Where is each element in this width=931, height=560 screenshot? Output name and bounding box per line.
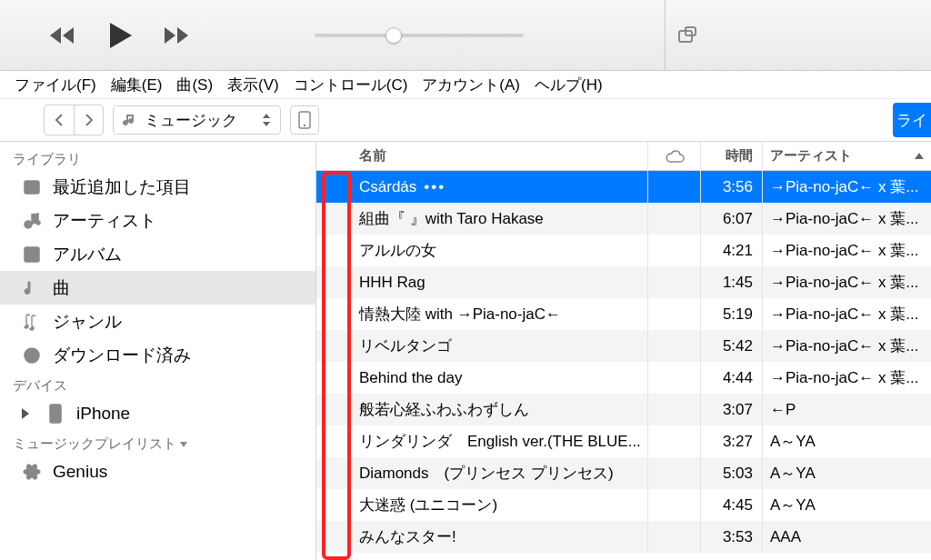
svg-point-6 bbox=[36, 221, 40, 225]
track-row[interactable]: アルルの女4:21→Pia-no-jaC← x 葉... bbox=[316, 235, 931, 266]
track-name: HHH Rag bbox=[359, 274, 425, 292]
track-row[interactable]: みんなスター!3:53AAA bbox=[316, 521, 931, 553]
progress-knob[interactable] bbox=[385, 27, 402, 44]
track-row[interactable]: 般若心経ふわふわずしん3:07←P bbox=[316, 394, 931, 425]
track-time: 5:19 bbox=[701, 298, 763, 330]
sidebar-item-label: 曲 bbox=[53, 276, 70, 300]
svg-point-5 bbox=[25, 221, 32, 228]
media-type-select[interactable]: ミュージック bbox=[113, 105, 281, 135]
menu-song[interactable]: 曲(S) bbox=[176, 75, 213, 95]
track-name: 大迷惑 (ユニコーン) bbox=[359, 495, 497, 515]
track-time: 4:45 bbox=[701, 489, 763, 521]
track-row[interactable]: 大迷惑 (ユニコーン)4:45A～YA bbox=[316, 489, 931, 521]
albums-icon bbox=[22, 245, 42, 265]
updown-icon bbox=[262, 113, 271, 127]
track-artist: A～YA bbox=[763, 457, 931, 489]
track-name: Csárdás bbox=[359, 178, 416, 196]
next-button[interactable] bbox=[156, 15, 196, 55]
col-cloud-header[interactable] bbox=[648, 142, 701, 170]
track-artist: →Pia-no-jaC← x 葉... bbox=[763, 235, 931, 266]
track-time: 3:27 bbox=[701, 425, 763, 457]
track-row[interactable]: Diamonds (プリンセス プリンセス)5:03A～YA bbox=[316, 457, 931, 489]
track-time: 3:56 bbox=[701, 171, 763, 203]
track-time: 3:07 bbox=[701, 394, 763, 425]
downloaded-icon bbox=[22, 345, 42, 365]
track-row[interactable]: リンダリンダ English ver.(THE BLUE...3:27A～YA bbox=[316, 425, 931, 457]
nav-buttons bbox=[44, 105, 104, 135]
nav-back-button[interactable] bbox=[45, 105, 74, 135]
sidebar-playlist-genius[interactable]: Genius bbox=[0, 455, 315, 488]
miniplayer-button[interactable] bbox=[665, 0, 708, 70]
menu-edit[interactable]: 編集(E) bbox=[111, 75, 163, 95]
menu-account[interactable]: アカウント(A) bbox=[422, 75, 520, 95]
sidebar-item-downloaded[interactable]: ダウンロード済み bbox=[0, 338, 315, 372]
track-name: リベルタンゴ bbox=[359, 335, 452, 356]
sidebar: ライブラリ 最近追加した項目アーティストアルバム曲ジャンルダウンロード済み デバ… bbox=[0, 142, 316, 560]
col-name-header[interactable]: 名前 bbox=[357, 142, 648, 170]
sidebar-item-songs[interactable]: 曲 bbox=[0, 271, 315, 305]
music-note-icon bbox=[123, 113, 137, 127]
track-artist: →Pia-no-jaC← x 葉... bbox=[763, 171, 931, 203]
sidebar-item-label: iPhone bbox=[76, 404, 130, 424]
track-artist: AAA bbox=[763, 521, 931, 553]
track-name: アルルの女 bbox=[359, 240, 436, 261]
right-blue-label: ライ bbox=[896, 110, 927, 131]
prev-button[interactable] bbox=[44, 15, 84, 55]
more-icon[interactable]: ••• bbox=[424, 178, 445, 196]
track-artist: ←P bbox=[763, 394, 931, 425]
sidebar-item-genres[interactable]: ジャンル bbox=[0, 305, 315, 338]
nav-forward-button[interactable] bbox=[74, 105, 103, 135]
progress-slider[interactable] bbox=[315, 34, 524, 37]
track-artist: →Pia-no-jaC← x 葉... bbox=[763, 203, 931, 235]
sidebar-library-header: ライブラリ bbox=[0, 145, 315, 170]
track-time: 5:03 bbox=[701, 457, 763, 489]
play-button[interactable] bbox=[100, 15, 140, 55]
svg-point-3 bbox=[304, 125, 305, 126]
device-button[interactable] bbox=[290, 105, 319, 135]
track-row[interactable]: 組曲『 』with Taro Hakase6:07→Pia-no-jaC← x … bbox=[316, 203, 931, 235]
track-row[interactable]: Csárdás•••3:56→Pia-no-jaC← x 葉... bbox=[316, 171, 931, 203]
track-time: 1:45 bbox=[701, 266, 763, 298]
sidebar-playlists-header[interactable]: ミュージックプレイリスト bbox=[0, 430, 315, 455]
col-time-header[interactable]: 時間 bbox=[701, 142, 763, 170]
track-name: Diamonds (プリンセス プリンセス) bbox=[359, 463, 614, 484]
track-name: リンダリンダ English ver.(THE BLUE... bbox=[359, 431, 641, 452]
track-artist: →Pia-no-jaC← x 葉... bbox=[763, 330, 931, 362]
media-type-label: ミュージック bbox=[145, 110, 237, 131]
menu-control[interactable]: コントロール(C) bbox=[294, 75, 408, 95]
menu-help[interactable]: ヘルプ(H) bbox=[535, 75, 603, 95]
sidebar-item-label: 最近追加した項目 bbox=[53, 175, 191, 199]
track-name: 情熱大陸 with →Pia-no-jaC← bbox=[359, 304, 561, 325]
tracks-header: 名前 時間 アーティスト bbox=[316, 142, 931, 171]
sidebar-item-label: ダウンロード済み bbox=[53, 344, 191, 367]
track-row[interactable]: 情熱大陸 with →Pia-no-jaC←5:19→Pia-no-jaC← x… bbox=[316, 298, 931, 330]
sidebar-item-recently-added[interactable]: 最近追加した項目 bbox=[0, 170, 315, 204]
track-row[interactable]: リベルタンゴ5:42→Pia-no-jaC← x 葉... bbox=[316, 330, 931, 362]
sidebar-item-label: Genius bbox=[53, 462, 107, 482]
right-blue-button[interactable]: ライ bbox=[893, 103, 931, 137]
tracks-pane: 名前 時間 アーティスト Csárdás•••3:56→Pia-no-jaC← … bbox=[316, 142, 931, 560]
disclosure-icon bbox=[22, 408, 29, 419]
sidebar-item-albums[interactable]: アルバム bbox=[0, 237, 315, 271]
track-name: みんなスター! bbox=[359, 526, 456, 547]
sidebar-devices-header: デバイス bbox=[0, 372, 315, 396]
sidebar-item-label: ジャンル bbox=[53, 310, 122, 334]
songs-icon bbox=[22, 278, 42, 298]
track-time: 4:21 bbox=[701, 235, 763, 266]
col-artist-header[interactable]: アーティスト bbox=[763, 142, 931, 170]
track-row[interactable]: Behind the day4:44→Pia-no-jaC← x 葉... bbox=[316, 362, 931, 394]
track-name: 般若心経ふわふわずしん bbox=[359, 399, 529, 420]
sidebar-item-artists[interactable]: アーティスト bbox=[0, 204, 315, 237]
track-time: 4:44 bbox=[701, 362, 763, 394]
track-name: Behind the day bbox=[359, 369, 462, 387]
menu-file[interactable]: ファイル(F) bbox=[15, 75, 96, 95]
toolbar: ミュージック ライ bbox=[0, 98, 931, 142]
player-bar bbox=[0, 0, 931, 71]
col-artist-label: アーティスト bbox=[770, 147, 852, 165]
menu-view[interactable]: 表示(V) bbox=[227, 75, 279, 95]
track-artist: →Pia-no-jaC← x 葉... bbox=[763, 298, 931, 330]
track-artist: →Pia-no-jaC← x 葉... bbox=[763, 266, 931, 298]
track-row[interactable]: HHH Rag1:45→Pia-no-jaC← x 葉... bbox=[316, 266, 931, 298]
sidebar-device-iphone[interactable]: iPhone bbox=[0, 396, 315, 430]
recently-added-icon bbox=[22, 177, 42, 197]
